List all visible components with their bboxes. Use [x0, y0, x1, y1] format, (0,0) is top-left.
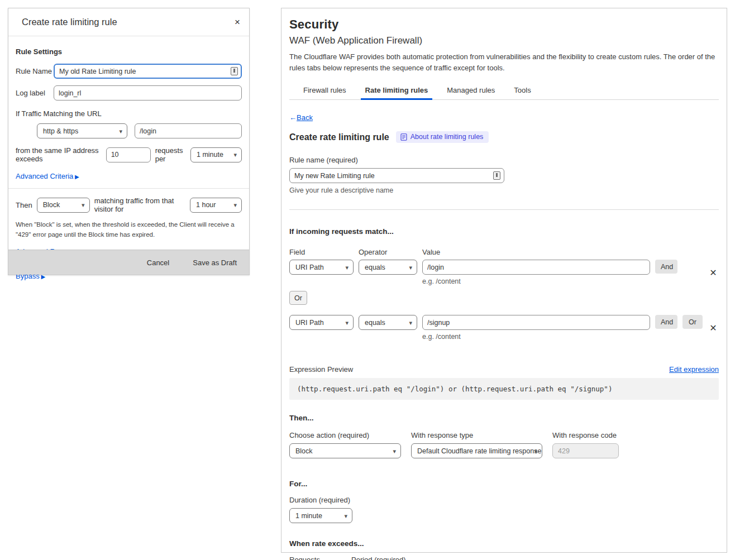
rule-settings-heading: Rule Settings [16, 47, 242, 56]
remove-condition-icon[interactable]: ✕ [708, 266, 719, 280]
duration-select[interactable]: 1 minute [289, 508, 352, 523]
divider [8, 188, 249, 189]
response-type-label: With response type [411, 431, 542, 439]
response-type-select[interactable]: Default Cloudflare rate limiting respons… [411, 443, 542, 458]
operator-select[interactable]: equals [359, 260, 417, 275]
then-label: Then [16, 201, 32, 209]
back-arrow-icon: ← [289, 113, 297, 122]
page-description: The Cloudflare WAF provides both automat… [289, 51, 719, 73]
field-select[interactable]: URI Path [289, 260, 354, 275]
log-label-input[interactable] [54, 85, 242, 100]
rule-name-label: Rule Name [16, 67, 54, 75]
tab-tools[interactable]: Tools [513, 83, 532, 99]
tab-firewall-rules[interactable]: Firewall rules [302, 83, 347, 99]
traffic-matching-heading: If Traffic Matching the URL [16, 109, 242, 118]
save-as-draft-button[interactable]: Save as Draft [193, 259, 237, 267]
match-heading: If incoming requests match... [289, 227, 719, 236]
rule-name-hint: Give your rule a descriptive name [289, 186, 719, 194]
url-input[interactable] [135, 123, 242, 138]
response-code-label: With response code [552, 431, 619, 439]
back-link[interactable]: ←Back [289, 113, 313, 122]
edit-expression-link[interactable]: Edit expression [669, 365, 719, 374]
tab-bar: Firewall rules Rate limiting rules Manag… [289, 83, 719, 100]
rate-heading: When rate exceeds... [289, 539, 719, 548]
expression-preview-code: (http.request.uri.path eq "/login") or (… [289, 378, 719, 400]
then-mid-text: matching traffic from that visitor for [94, 197, 185, 213]
duration-label: Duration (required) [289, 496, 719, 504]
operator-select[interactable]: equals [359, 315, 417, 330]
for-heading: For... [289, 480, 719, 488]
or-button[interactable]: Or [682, 315, 703, 329]
cancel-button[interactable]: Cancel [147, 259, 169, 267]
about-badge-label: About rate limiting rules [411, 133, 484, 141]
log-label-label: Log label [16, 89, 54, 97]
modal-header: Create rate limiting rule × [8, 8, 249, 36]
period-select[interactable]: 1 minute [190, 147, 242, 162]
modal-title: Create rate limiting rule [22, 17, 235, 27]
divider [289, 209, 719, 210]
block-note-text: When "Block" is set, when the threshold … [16, 220, 236, 240]
requests-label: Requests (required) [289, 556, 351, 560]
or-button[interactable]: Or [289, 291, 307, 305]
scheme-select[interactable]: http & https [37, 123, 127, 138]
form-title: Create rate limiting rule [289, 132, 389, 142]
rule-name-label: Rule name (required) [289, 156, 719, 164]
threshold-mid-text: requests per [155, 146, 186, 163]
page-subtitle: WAF (Web Application Firewall) [289, 35, 719, 46]
document-icon [400, 133, 407, 141]
value-input[interactable] [422, 315, 650, 330]
about-rate-limiting-badge[interactable]: About rate limiting rules [396, 131, 489, 143]
choose-action-label: Choose action (required) [289, 431, 401, 439]
autofill-icon[interactable] [493, 171, 500, 180]
field-select[interactable]: URI Path [289, 315, 354, 330]
choose-action-select[interactable]: Block [289, 443, 401, 458]
period-label: Period (required) [351, 556, 406, 560]
condition-row: URI Path equals e.g. /content And Or ✕ [289, 315, 719, 341]
remove-condition-icon[interactable]: ✕ [708, 321, 719, 335]
create-rate-limit-modal: Create rate limiting rule × Rule Setting… [8, 8, 250, 275]
operator-column-label: Operator [359, 248, 417, 256]
field-column-label: Field [289, 248, 354, 256]
page-title: Security [289, 17, 719, 32]
threshold-input[interactable] [106, 147, 151, 162]
rule-name-input[interactable] [289, 168, 504, 183]
autofill-icon[interactable] [231, 67, 238, 75]
then-heading: Then... [289, 414, 719, 422]
waf-page-panel: Security WAF (Web Application Firewall) … [281, 8, 727, 553]
value-hint: e.g. /content [422, 277, 650, 285]
value-input[interactable] [422, 260, 650, 275]
ban-duration-select[interactable]: 1 hour [190, 198, 242, 213]
threshold-prefix-text: from the same IP address exceeds [16, 146, 102, 163]
expression-preview-label: Expression Preview [289, 365, 353, 374]
rule-name-input[interactable] [54, 64, 242, 79]
advanced-criteria-link[interactable]: Advanced Criteria [16, 172, 79, 180]
tab-managed-rules[interactable]: Managed rules [446, 83, 496, 99]
condition-row: URI Path equals e.g. /content And ✕ [289, 260, 719, 285]
action-select[interactable]: Block [37, 198, 90, 213]
and-button[interactable]: And [655, 315, 677, 329]
tab-rate-limiting-rules[interactable]: Rate limiting rules [364, 83, 429, 99]
modal-footer: Cancel Save as Draft [8, 250, 249, 275]
close-icon[interactable]: × [235, 17, 240, 27]
value-column-label: Value [422, 248, 719, 256]
value-hint: e.g. /content [422, 333, 650, 341]
and-button[interactable]: And [655, 260, 677, 274]
response-code-input [552, 443, 619, 458]
